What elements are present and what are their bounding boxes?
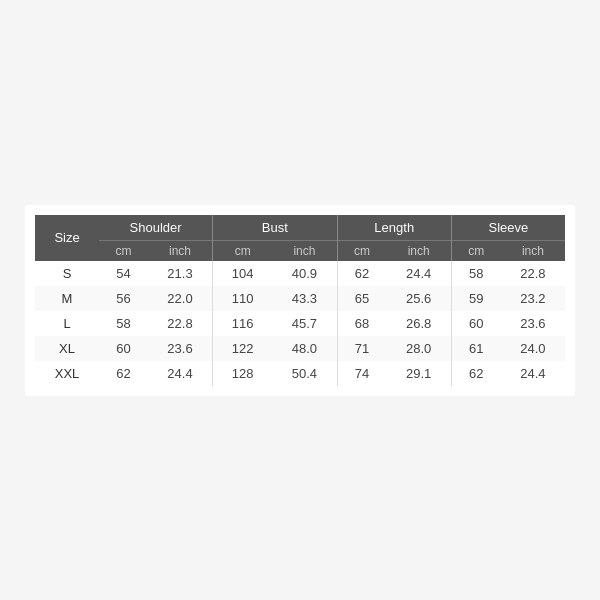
sleeve-cm-cell: 62 <box>451 361 500 386</box>
length-cm-cell: 65 <box>337 286 386 311</box>
bust-cm-cell: 122 <box>213 336 273 361</box>
length-cm-header: cm <box>337 240 386 261</box>
length-inch-cell: 29.1 <box>387 361 452 386</box>
sleeve-cm-header: cm <box>451 240 500 261</box>
sleeve-inch-cell: 24.0 <box>501 336 565 361</box>
sleeve-inch-cell: 23.2 <box>501 286 565 311</box>
header-row-categories: Size Shoulder Bust Length Sleeve <box>35 215 565 241</box>
size-chart-table: Size Shoulder Bust Length Sleeve cm inch… <box>35 215 565 386</box>
bust-header: Bust <box>213 215 337 241</box>
shoulder-cm-cell: 54 <box>99 261 148 286</box>
length-inch-header: inch <box>387 240 452 261</box>
length-cm-cell: 62 <box>337 261 386 286</box>
header-row-units: cm inch cm inch cm inch cm inch <box>35 240 565 261</box>
shoulder-cm-cell: 62 <box>99 361 148 386</box>
table-body: S5421.310440.96224.45822.8M5622.011043.3… <box>35 261 565 386</box>
length-cm-cell: 71 <box>337 336 386 361</box>
shoulder-cm-cell: 56 <box>99 286 148 311</box>
sleeve-cm-cell: 58 <box>451 261 500 286</box>
length-inch-cell: 28.0 <box>387 336 452 361</box>
size-cell: XL <box>35 336 99 361</box>
bust-cm-cell: 116 <box>213 311 273 336</box>
bust-cm-cell: 128 <box>213 361 273 386</box>
length-cm-cell: 68 <box>337 311 386 336</box>
table-row: L5822.811645.76826.86023.6 <box>35 311 565 336</box>
shoulder-header: Shoulder <box>99 215 213 241</box>
shoulder-cm-cell: 60 <box>99 336 148 361</box>
length-header: Length <box>337 215 451 241</box>
shoulder-cm-cell: 58 <box>99 311 148 336</box>
size-cell: L <box>35 311 99 336</box>
shoulder-cm-header: cm <box>99 240 148 261</box>
bust-inch-cell: 50.4 <box>272 361 337 386</box>
bust-inch-cell: 45.7 <box>272 311 337 336</box>
sleeve-inch-cell: 23.6 <box>501 311 565 336</box>
shoulder-inch-cell: 22.0 <box>148 286 213 311</box>
size-chart-container: Size Shoulder Bust Length Sleeve cm inch… <box>25 205 575 396</box>
table-row: XL6023.612248.07128.06124.0 <box>35 336 565 361</box>
table-row: XXL6224.412850.47429.16224.4 <box>35 361 565 386</box>
table-row: S5421.310440.96224.45822.8 <box>35 261 565 286</box>
shoulder-inch-cell: 21.3 <box>148 261 213 286</box>
length-inch-cell: 26.8 <box>387 311 452 336</box>
size-cell: M <box>35 286 99 311</box>
size-column-header: Size <box>35 215 99 261</box>
length-inch-cell: 25.6 <box>387 286 452 311</box>
table-row: M5622.011043.36525.65923.2 <box>35 286 565 311</box>
sleeve-cm-cell: 61 <box>451 336 500 361</box>
sleeve-inch-header: inch <box>501 240 565 261</box>
bust-cm-header: cm <box>213 240 273 261</box>
sleeve-cm-cell: 59 <box>451 286 500 311</box>
shoulder-inch-cell: 24.4 <box>148 361 213 386</box>
shoulder-inch-cell: 22.8 <box>148 311 213 336</box>
bust-cm-cell: 104 <box>213 261 273 286</box>
bust-inch-header: inch <box>272 240 337 261</box>
size-cell: S <box>35 261 99 286</box>
sleeve-cm-cell: 60 <box>451 311 500 336</box>
bust-inch-cell: 40.9 <box>272 261 337 286</box>
length-inch-cell: 24.4 <box>387 261 452 286</box>
bust-inch-cell: 43.3 <box>272 286 337 311</box>
size-cell: XXL <box>35 361 99 386</box>
length-cm-cell: 74 <box>337 361 386 386</box>
shoulder-inch-cell: 23.6 <box>148 336 213 361</box>
bust-inch-cell: 48.0 <box>272 336 337 361</box>
bust-cm-cell: 110 <box>213 286 273 311</box>
sleeve-inch-cell: 24.4 <box>501 361 565 386</box>
sleeve-header: Sleeve <box>451 215 565 241</box>
shoulder-inch-header: inch <box>148 240 213 261</box>
sleeve-inch-cell: 22.8 <box>501 261 565 286</box>
